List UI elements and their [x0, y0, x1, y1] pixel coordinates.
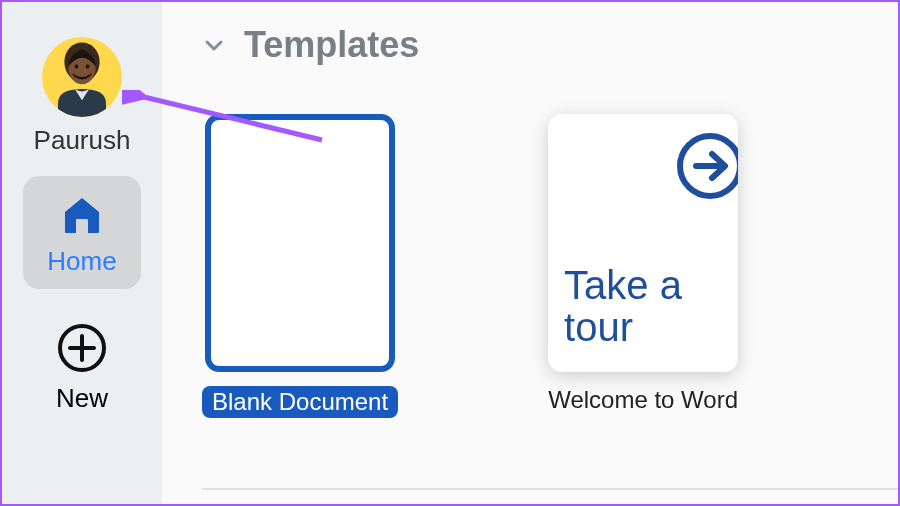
- nav-label: New: [56, 383, 108, 414]
- templates-row: Blank Document Take a tour Welcome to Wo…: [202, 114, 898, 418]
- tour-text: Take a tour: [564, 264, 722, 348]
- template-item-welcome: Take a tour Welcome to Word: [548, 114, 738, 414]
- person-icon: [42, 37, 122, 117]
- main-area: Templates Blank Document Take a tour: [162, 2, 898, 504]
- arrow-right-circle-icon: [670, 126, 738, 210]
- plus-circle-icon: [57, 323, 107, 377]
- sidebar: Paurush Home New: [2, 2, 162, 504]
- divider: [202, 488, 898, 490]
- sidebar-item-new[interactable]: New: [23, 307, 141, 426]
- template-label: Blank Document: [202, 386, 398, 418]
- templates-header[interactable]: Templates: [202, 24, 898, 66]
- user-avatar[interactable]: [42, 37, 122, 117]
- template-label: Welcome to Word: [548, 386, 738, 414]
- sidebar-item-home[interactable]: Home: [23, 176, 141, 289]
- svg-point-2: [86, 65, 90, 69]
- welcome-to-word-card[interactable]: Take a tour: [548, 114, 738, 372]
- chevron-down-icon: [202, 33, 226, 57]
- svg-point-1: [75, 65, 79, 69]
- blank-document-card[interactable]: [205, 114, 395, 372]
- template-item-blank: Blank Document: [202, 114, 398, 418]
- user-name: Paurush: [34, 125, 131, 156]
- section-title: Templates: [244, 24, 419, 66]
- nav-label: Home: [47, 246, 116, 277]
- home-icon: [60, 192, 104, 240]
